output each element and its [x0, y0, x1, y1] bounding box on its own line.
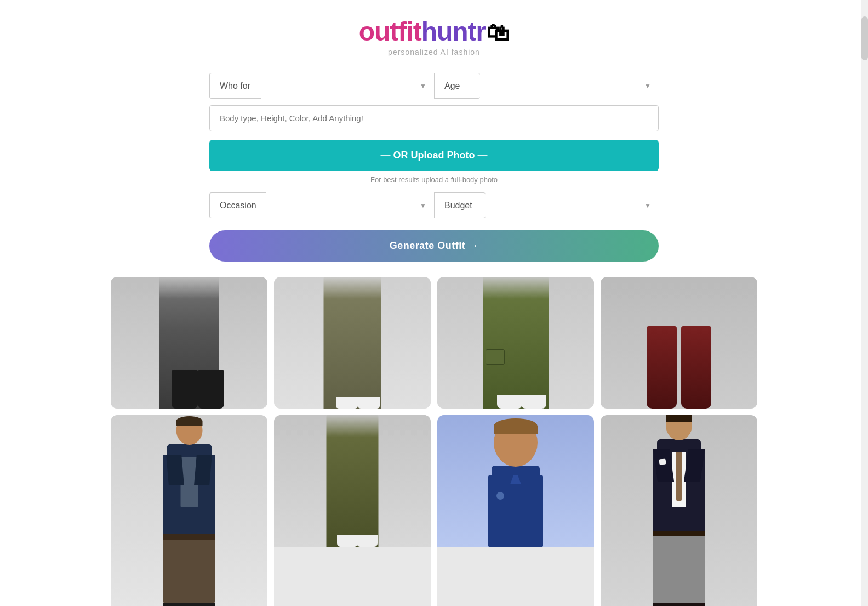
logo: outfithuntr🛍 [359, 16, 510, 47]
top-dropdown-row: Who for Man Woman Boy Girl ▼ Age Child T… [209, 73, 659, 99]
upload-hint-text: For best results upload a full-body phot… [370, 175, 498, 184]
upload-photo-button[interactable]: — OR Upload Photo — [209, 140, 659, 171]
gallery-item-6 [274, 415, 431, 606]
bottom-dropdown-row: Occasion Casual Formal Business Party Sp… [209, 192, 659, 218]
budget-wrapper: Budget Low Medium High Luxury ▼ [434, 192, 659, 218]
gallery-item-3 [437, 277, 594, 409]
form-container: Who for Man Woman Boy Girl ▼ Age Child T… [209, 73, 659, 277]
budget-select[interactable]: Budget Low Medium High Luxury [434, 192, 486, 218]
who-for-chevron-icon: ▼ [420, 82, 426, 90]
logo-bag-icon: 🛍 [487, 20, 509, 46]
gallery-item-1 [111, 277, 267, 409]
occasion-select[interactable]: Occasion Casual Formal Business Party Sp… [209, 192, 266, 218]
gallery-item-2 [274, 277, 431, 409]
page-wrapper: outfithuntr🛍 personalized AI fashion Who… [0, 0, 868, 606]
gallery-item-4 [601, 277, 757, 409]
logo-outfit: outfit [359, 17, 421, 46]
occasion-chevron-icon: ▼ [420, 202, 426, 209]
occasion-wrapper: Occasion Casual Formal Business Party Sp… [209, 192, 434, 218]
image-gallery [111, 277, 757, 606]
age-select[interactable]: Age Child Teen Adult Senior [434, 73, 480, 99]
scrollbar[interactable] [861, 0, 868, 606]
age-chevron-icon: ▼ [644, 82, 651, 90]
generate-outfit-button[interactable]: Generate Outfit → [209, 230, 659, 262]
logo-huntr: huntr [421, 17, 486, 46]
logo-subtitle: personalized AI fashion [388, 48, 480, 56]
age-wrapper: Age Child Teen Adult Senior ▼ [434, 73, 659, 99]
body-type-input[interactable] [209, 105, 659, 131]
budget-chevron-icon: ▼ [644, 202, 651, 209]
who-for-select[interactable]: Who for Man Woman Boy Girl [209, 73, 261, 99]
logo-area: outfithuntr🛍 personalized AI fashion [359, 16, 510, 56]
gallery-item-8 [601, 415, 757, 606]
gallery-item-7 [437, 415, 594, 606]
scrollbar-thumb[interactable] [861, 16, 868, 60]
gallery-item-5 [111, 415, 267, 606]
who-for-wrapper: Who for Man Woman Boy Girl ▼ [209, 73, 434, 99]
